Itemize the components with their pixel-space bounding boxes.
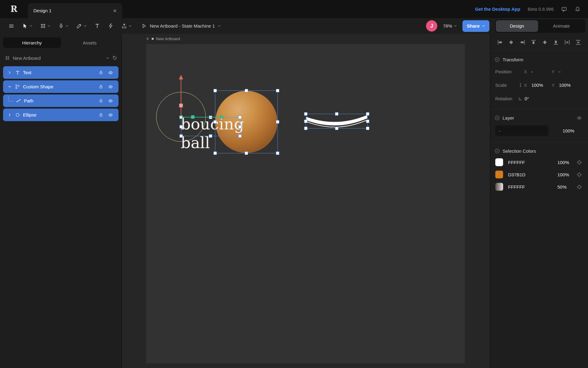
chevron-down-icon[interactable] bbox=[218, 25, 221, 27]
gizmo-x-handle[interactable] bbox=[191, 115, 194, 119]
expand-chevron-icon[interactable] bbox=[6, 113, 13, 117]
chevron-down-icon[interactable] bbox=[47, 25, 51, 27]
shapes-tool[interactable] bbox=[76, 23, 87, 29]
align-center-horizontal-icon[interactable] bbox=[508, 39, 514, 45]
state-machine-selector[interactable]: New Artboard - State Machine 1 bbox=[141, 23, 221, 29]
feedback-icon[interactable] bbox=[561, 6, 567, 12]
layer-opacity-value[interactable]: 100% bbox=[563, 128, 574, 133]
selection-handle[interactable] bbox=[366, 112, 369, 116]
align-middle-icon[interactable] bbox=[542, 39, 548, 45]
select-tool[interactable] bbox=[22, 23, 32, 29]
chevron-down-icon[interactable] bbox=[106, 57, 109, 59]
scale-y-value[interactable]: 100% bbox=[559, 82, 579, 88]
color-opacity-value[interactable]: 50% bbox=[557, 184, 573, 190]
chevron-down-icon[interactable] bbox=[482, 25, 485, 27]
visibility-eye-icon[interactable] bbox=[106, 113, 115, 117]
chevron-down-icon[interactable] bbox=[84, 25, 87, 27]
section-collapse-chevron-icon[interactable] bbox=[495, 57, 500, 62]
artboard-label[interactable]: New Artboard bbox=[146, 36, 180, 41]
tab-hierarchy[interactable]: Hierarchy bbox=[3, 37, 61, 48]
expand-chevron-icon[interactable] bbox=[6, 71, 13, 74]
locate-color-target-icon[interactable] bbox=[577, 184, 582, 190]
layer-row-text[interactable]: Text bbox=[3, 66, 119, 79]
lock-icon[interactable] bbox=[96, 98, 106, 103]
gizmo-y-handle[interactable] bbox=[179, 104, 183, 107]
color-swatch[interactable] bbox=[495, 171, 503, 178]
export-tool[interactable] bbox=[121, 23, 132, 29]
scale-constrain-icon[interactable] bbox=[517, 83, 524, 87]
main-menu-hamburger-icon[interactable] bbox=[8, 23, 14, 29]
position-y-value[interactable]: - bbox=[559, 69, 579, 74]
transform-section-header[interactable]: Transform bbox=[490, 51, 588, 65]
layer-row-ellipse[interactable]: Ellipse bbox=[3, 109, 119, 121]
zoom-control[interactable]: 78% bbox=[443, 23, 457, 29]
section-collapse-chevron-icon[interactable] bbox=[495, 148, 500, 154]
selection-handle[interactable] bbox=[366, 127, 369, 130]
layer-row-path[interactable]: Path bbox=[3, 94, 119, 107]
selection-handle[interactable] bbox=[366, 120, 369, 123]
lock-icon[interactable] bbox=[96, 84, 106, 89]
tag-icon[interactable] bbox=[112, 56, 117, 60]
gizmo-origin-handle[interactable] bbox=[179, 116, 183, 119]
selection-handle[interactable] bbox=[304, 112, 307, 116]
gizmo-y-arrowhead-icon[interactable] bbox=[179, 75, 183, 79]
tab-assets[interactable]: Assets bbox=[61, 37, 119, 48]
selection-handle[interactable] bbox=[213, 89, 217, 92]
selection-handle[interactable] bbox=[335, 127, 338, 130]
blend-mode-select[interactable]: - bbox=[495, 125, 548, 136]
text-tool[interactable] bbox=[94, 23, 100, 29]
chevron-down-icon[interactable] bbox=[454, 25, 457, 27]
color-opacity-value[interactable]: 100% bbox=[557, 160, 573, 165]
color-hex-value[interactable]: FFFFFF bbox=[508, 184, 557, 190]
rive-logo[interactable]: R bbox=[0, 0, 28, 18]
play-icon[interactable] bbox=[146, 37, 149, 40]
design-mode-button[interactable]: Design bbox=[496, 20, 538, 32]
chevron-down-icon[interactable] bbox=[129, 25, 132, 27]
canvas[interactable]: New Artboard boucing ball bbox=[122, 34, 490, 368]
distribute-vertical-icon[interactable] bbox=[575, 39, 581, 45]
rotation-value[interactable]: 0° bbox=[525, 96, 529, 101]
align-right-icon[interactable] bbox=[519, 39, 526, 45]
selection-handle[interactable] bbox=[304, 120, 307, 123]
color-swatch[interactable] bbox=[495, 183, 503, 191]
selection-handle[interactable] bbox=[213, 120, 217, 124]
section-collapse-chevron-icon[interactable] bbox=[495, 115, 500, 121]
layer-row-custom-shape[interactable]: Custom Shape bbox=[3, 80, 119, 93]
color-hex-value[interactable]: FFFFFF bbox=[508, 160, 557, 165]
align-bottom-icon[interactable] bbox=[553, 39, 559, 45]
align-left-icon[interactable] bbox=[497, 39, 503, 45]
visibility-eye-icon[interactable] bbox=[106, 98, 115, 103]
locate-color-target-icon[interactable] bbox=[577, 172, 582, 177]
chevron-down-icon[interactable] bbox=[66, 25, 69, 27]
selection-handle[interactable] bbox=[245, 89, 248, 92]
notifications-bell-icon[interactable] bbox=[575, 6, 581, 12]
selection-colors-header[interactable]: Selection Colors bbox=[490, 142, 588, 156]
selection-handle[interactable] bbox=[304, 127, 307, 130]
pen-tool[interactable] bbox=[58, 23, 69, 29]
color-hex-value[interactable]: D37B1D bbox=[508, 172, 557, 177]
lock-icon[interactable] bbox=[96, 113, 106, 117]
play-icon[interactable] bbox=[141, 23, 147, 29]
artboard[interactable] bbox=[146, 44, 465, 363]
gizmo-x-arrowhead-icon[interactable] bbox=[220, 115, 225, 119]
animate-mode-button[interactable]: Animate bbox=[538, 20, 585, 32]
user-avatar[interactable]: J bbox=[426, 20, 437, 32]
gizmo-x-axis-line[interactable] bbox=[182, 117, 220, 117]
color-opacity-value[interactable]: 100% bbox=[557, 172, 573, 177]
visibility-eye-icon[interactable] bbox=[106, 70, 115, 75]
selection-handle[interactable] bbox=[276, 151, 279, 155]
selection-handle[interactable] bbox=[213, 151, 217, 155]
color-swatch[interactable] bbox=[495, 158, 503, 166]
lock-icon[interactable] bbox=[96, 70, 106, 75]
scale-x-value[interactable]: 100% bbox=[531, 82, 552, 88]
selection-handle[interactable] bbox=[179, 134, 183, 138]
close-tab-icon[interactable]: × bbox=[113, 7, 117, 14]
chevron-down-icon[interactable] bbox=[29, 25, 32, 27]
get-desktop-app-link[interactable]: Get the Desktop App bbox=[475, 6, 520, 12]
distribute-horizontal-icon[interactable] bbox=[564, 39, 570, 45]
selection-handle[interactable] bbox=[335, 112, 338, 116]
selection-handle[interactable] bbox=[179, 125, 183, 128]
visibility-eye-icon[interactable] bbox=[106, 84, 115, 89]
artboard-tool[interactable] bbox=[40, 23, 51, 29]
selection-handle[interactable] bbox=[276, 120, 279, 124]
